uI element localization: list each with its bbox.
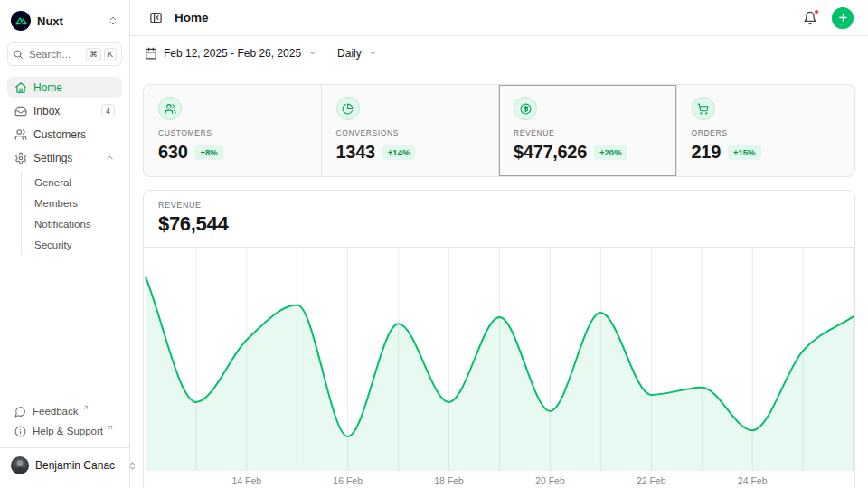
- date-range-picker[interactable]: Feb 12, 2025 - Feb 26, 2025: [145, 47, 317, 60]
- kbd-k: K: [104, 48, 117, 61]
- revenue-area-chart[interactable]: [144, 248, 854, 471]
- granularity-label: Daily: [337, 47, 362, 60]
- sidebar-item-label: Settings: [33, 152, 72, 164]
- external-link-icon: [82, 404, 90, 411]
- search-placeholder: Search...: [29, 49, 71, 60]
- search-icon: [13, 49, 24, 60]
- stat-card-conversions[interactable]: Conversions 1343 +14%: [322, 85, 500, 176]
- notification-dot: [814, 9, 819, 14]
- plus-icon: [837, 12, 849, 23]
- x-axis-tick: 24 Feb: [738, 475, 768, 486]
- add-button[interactable]: [832, 7, 854, 29]
- sidebar: Nuxt Search... ⌘ K Home: [0, 0, 130, 488]
- sidebar-item-general[interactable]: General: [31, 173, 122, 192]
- users-icon: [14, 128, 27, 141]
- calendar-icon: [145, 47, 157, 60]
- x-axis-tick: 22 Feb: [637, 475, 666, 486]
- sidebar-item-label: Customers: [33, 128, 86, 141]
- stat-card-orders[interactable]: Orders 219 +15%: [677, 85, 855, 176]
- team-switcher[interactable]: Nuxt: [7, 7, 122, 34]
- stat-label: Revenue: [514, 128, 662, 137]
- sidebar-item-label: Inbox: [33, 105, 60, 117]
- message-bubble-icon: [14, 406, 26, 418]
- help-support-link[interactable]: Help & Support: [7, 421, 122, 441]
- stat-delta-badge: +20%: [594, 145, 627, 160]
- revenue-chart-card: Revenue $76,544 14 Feb16 Feb18 Feb20 Feb…: [143, 190, 855, 488]
- stat-label: Orders: [692, 128, 841, 137]
- cart-icon: [692, 97, 715, 120]
- panel-left-close-icon: [149, 11, 163, 24]
- x-axis-tick: 18 Feb: [434, 475, 464, 486]
- stats-row: Customers 630 +8% Conversions 1343 +14%: [143, 84, 855, 177]
- stat-delta-badge: +8%: [194, 145, 222, 160]
- main-area: Home Feb 12, 2: [130, 0, 868, 488]
- x-axis-tick: 16 Feb: [333, 475, 363, 486]
- stat-value: 1343: [336, 142, 375, 163]
- stat-label: Customers: [158, 128, 307, 137]
- sidebar-item-inbox[interactable]: Inbox 4: [7, 100, 122, 121]
- stat-value: $477,626: [514, 142, 587, 163]
- sidebar-divider: [0, 447, 129, 448]
- settings-subnav: General Members Notifications Security: [21, 173, 122, 254]
- chevron-up-down-icon: [108, 15, 118, 26]
- x-axis-labels: 14 Feb16 Feb18 Feb20 Feb22 Feb24 Feb: [144, 471, 854, 488]
- feedback-label: Feedback: [33, 406, 79, 417]
- kbd-cmd: ⌘: [86, 48, 101, 61]
- team-name: Nuxt: [37, 14, 63, 28]
- search-input[interactable]: Search... ⌘ K: [7, 42, 122, 66]
- feedback-link[interactable]: Feedback: [7, 401, 122, 421]
- users-icon: [158, 97, 182, 120]
- chevron-up-icon: [105, 153, 115, 163]
- chart-metric-value: $76,544: [158, 212, 840, 236]
- chart-header: Revenue $76,544: [144, 191, 854, 248]
- dollar-circle-icon: [514, 97, 537, 120]
- chevron-down-icon: [368, 48, 378, 58]
- stat-delta-badge: +15%: [728, 145, 761, 160]
- chart-metric-label: Revenue: [158, 201, 840, 210]
- sidebar-item-customers[interactable]: Customers: [7, 124, 122, 145]
- filter-toolbar: Feb 12, 2025 - Feb 26, 2025 Daily: [130, 36, 868, 70]
- help-support-label: Help & Support: [33, 426, 103, 436]
- gear-icon: [14, 152, 27, 164]
- sidebar-collapse-button[interactable]: [145, 7, 166, 29]
- pie-chart-icon: [336, 97, 360, 120]
- search-shortcut: ⌘ K: [86, 48, 117, 61]
- external-link-icon: [107, 424, 114, 431]
- top-header: Home: [130, 0, 868, 36]
- info-icon: [14, 426, 26, 437]
- content-area: Customers 630 +8% Conversions 1343 +14%: [130, 70, 868, 488]
- stat-card-revenue[interactable]: Revenue $477,626 +20%: [499, 85, 677, 176]
- sidebar-item-home[interactable]: Home: [7, 77, 122, 98]
- stat-delta-badge: +14%: [382, 145, 416, 160]
- x-axis-tick: 20 Feb: [535, 475, 565, 486]
- granularity-select[interactable]: Daily: [337, 47, 378, 60]
- date-range-label: Feb 12, 2025 - Feb 26, 2025: [164, 47, 301, 60]
- sidebar-item-label: Home: [33, 81, 62, 94]
- home-icon: [14, 81, 27, 94]
- notifications-button[interactable]: [799, 7, 821, 29]
- chart-canvas: [144, 248, 854, 471]
- inbox-count-badge: 4: [101, 104, 115, 117]
- user-menu[interactable]: Benjamin Canac: [7, 450, 122, 481]
- user-name: Benjamin Canac: [35, 459, 115, 472]
- stat-label: Conversions: [336, 128, 485, 137]
- stat-card-customers[interactable]: Customers 630 +8%: [144, 85, 322, 176]
- page-title: Home: [175, 11, 209, 24]
- chevron-down-icon: [307, 48, 317, 58]
- sidebar-item-notifications[interactable]: Notifications: [31, 214, 122, 233]
- sidebar-nav: Home Inbox 4 Customers Settings: [7, 77, 122, 254]
- stat-value: 630: [158, 142, 187, 163]
- sidebar-item-members[interactable]: Members: [31, 193, 122, 212]
- sidebar-item-security[interactable]: Security: [31, 235, 122, 254]
- x-axis-tick: 14 Feb: [231, 475, 261, 486]
- app-window: Nuxt Search... ⌘ K Home: [0, 0, 868, 488]
- stat-value: 219: [692, 142, 721, 163]
- inbox-icon: [14, 105, 27, 117]
- sidebar-item-settings[interactable]: Settings: [7, 147, 122, 168]
- avatar: [11, 456, 29, 474]
- nuxt-logo-icon: [11, 11, 31, 31]
